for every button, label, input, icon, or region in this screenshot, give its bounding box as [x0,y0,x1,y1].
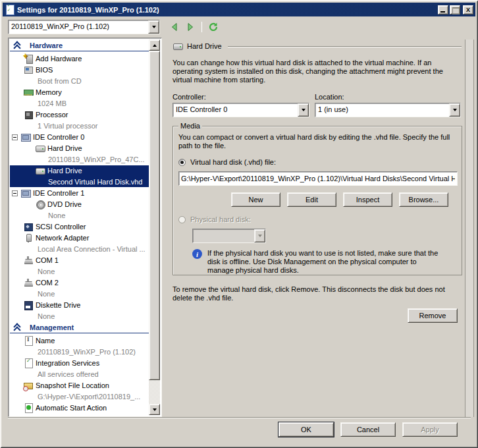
toolbar-separator [201,22,202,32]
sidebar-subtext: Restart if previously running [10,414,149,415]
sidebar-subtext: 1 Virtual processor [10,121,149,131]
hard-drive-icon [173,41,183,51]
titlebar: Settings for 20110819_WinXP_Pro (1.102) … [3,3,475,16]
sidebar-item-automatic-start-action[interactable]: Automatic Start Action [10,403,149,413]
scroll-down-icon[interactable] [149,404,160,415]
sidebar-subtext: 20110819_WinXP_Pro_47C... [10,154,149,165]
remove-button[interactable]: Remove [408,308,458,323]
sidebar-item-name[interactable]: Name [10,335,149,346]
chevron-down-icon[interactable] [449,103,460,117]
physical-disk-combobox [192,229,266,243]
sidebar-item-bios[interactable]: BIOS [10,65,149,75]
section-header-hardware[interactable]: Hardware [10,41,149,51]
remove-note-text: To remove the virtual hard disk, click R… [173,285,461,302]
hard-drive-settings-panel: Hard Drive You can change how this virtu… [170,40,464,417]
sidebar-item-memory[interactable]: Memory [10,87,149,98]
footer-separator [8,417,471,418]
hard-drive-icon [35,143,45,154]
panel-title: Hard Drive [187,42,222,50]
dialog-footer: OK Cancel Apply [279,422,458,437]
sidebar-subtext: G:\Hyper-V\Export\20110819_... [10,391,149,402]
vm-selector-combobox[interactable]: 20110819_WinXP_Pro (1.102) [8,20,160,34]
com-port-icon [23,255,34,266]
close-button[interactable]: X [463,5,473,14]
network-adapter-icon [23,233,34,243]
com-port-icon [23,277,34,288]
vhd-path-input[interactable] [178,171,458,186]
collapse-chevron-icon [13,41,22,50]
maximize-button [450,5,460,14]
media-group-label: Media [178,122,202,130]
sidebar-subtext: Local Area Connection - Virtual ... [10,244,149,254]
sidebar-item-com-2[interactable]: COM 2 [10,277,149,288]
sidebar-subtext: None [10,311,149,322]
inspect-button[interactable]: Inspect [343,192,392,207]
physical-disk-radio-label: Physical hard disk: [190,215,251,223]
sidebar-item-add-hardware[interactable]: Add Hardware [10,53,149,64]
vhd-file-radio[interactable] [178,159,186,166]
scrollbar-thumb[interactable] [149,51,160,380]
ok-button[interactable]: OK [279,422,334,437]
location-label: Location: [315,93,461,101]
sidebar-item-ide-controller-1[interactable]: IDE Controller 1 [10,188,149,198]
sidebar-item-ide-controller-0[interactable]: IDE Controller 0 [10,132,149,142]
media-groupbox: Media You can compact or convert a virtu… [173,126,462,275]
sidebar-subtext: None [10,266,149,277]
collapse-chevron-icon [13,323,22,332]
sidebar-subtext: None [10,289,149,299]
toolbar: 20110819_WinXP_Pro (1.102) [8,19,470,35]
vm-selector-value: 20110819_WinXP_Pro (1.102) [9,20,148,34]
browse-button[interactable]: Browse... [399,192,448,207]
hardware-tree-list: Hardware Add Hardware BIOS Boot from CD … [8,38,162,417]
sidebar-item-diskette-drive[interactable]: Diskette Drive [10,300,149,310]
window-title: Settings for 20110819_WinXP_Pro (1.102) [17,6,438,14]
scsi-controller-icon [23,221,34,232]
sidebar-item-scsi-controller[interactable]: SCSI Controller [10,221,149,232]
sidebar-item-snapshot-file-location[interactable]: Snapshot File Location [10,380,149,391]
location-combobox[interactable]: 1 (in use) [315,103,461,117]
sidebar-subtext: Boot from CD [10,76,149,86]
settings-window-icon [5,5,14,14]
name-icon [23,335,34,346]
sidebar-item-network-adapter[interactable]: Network Adapter [10,233,149,243]
integration-services-icon [23,358,34,368]
refresh-icon[interactable] [207,21,219,33]
vhd-file-radio-label: Virtual hard disk (.vhd) file: [190,158,276,166]
sidebar-item-dvd-drive[interactable]: DVD Drive [10,199,149,210]
physical-disk-radio [178,216,186,223]
sidebar-item-processor[interactable]: Processor [10,109,149,120]
sidebar-item-integration-services[interactable]: Integration Services [10,358,149,368]
chevron-down-icon[interactable] [298,103,309,117]
back-icon[interactable] [169,21,180,33]
sidebar-subtext: None [10,210,149,221]
sidebar-item-hard-drive-2-selected[interactable]: Hard Drive Second Virtual Hard Disk.vhd [10,165,149,187]
apply-button: Apply [402,422,458,437]
header-rule [228,46,462,47]
sidebar-subtext: All services offered [10,369,149,379]
new-button[interactable]: New [231,192,280,207]
cancel-button[interactable]: Cancel [340,422,396,437]
dvd-drive-icon [35,199,45,210]
sidebar-item-hard-drive-1[interactable]: Hard Drive [10,143,149,154]
info-icon: i [192,249,202,259]
chevron-down-icon[interactable] [148,20,159,34]
scroll-up-icon[interactable] [149,40,160,51]
section-header-management[interactable]: Management [10,323,149,333]
sidebar-subtext: 20110819_WinXP_Pro (1.102) [10,347,149,357]
right-scroll-gutter [465,40,474,417]
diskette-drive-icon [23,300,34,310]
sidebar-subtext: Second Virtual Hard Disk.vhd [10,177,149,187]
media-intro-text: You can compact or convert a virtual har… [178,133,455,150]
edit-button[interactable]: Edit [287,192,336,207]
forward-icon[interactable] [184,21,196,33]
automatic-start-icon [23,403,34,413]
minimize-button[interactable] [438,5,448,14]
collapse-expander-icon[interactable] [12,134,18,140]
controller-combobox[interactable]: IDE Controller 0 [173,103,309,117]
collapse-expander-icon[interactable] [12,190,18,196]
ide-controller-icon [20,132,31,142]
sidebar-subtext: 1024 MB [10,98,149,109]
sidebar-item-com-1[interactable]: COM 1 [10,255,149,266]
processor-icon [23,109,34,120]
sidebar-scrollbar[interactable] [149,40,160,415]
